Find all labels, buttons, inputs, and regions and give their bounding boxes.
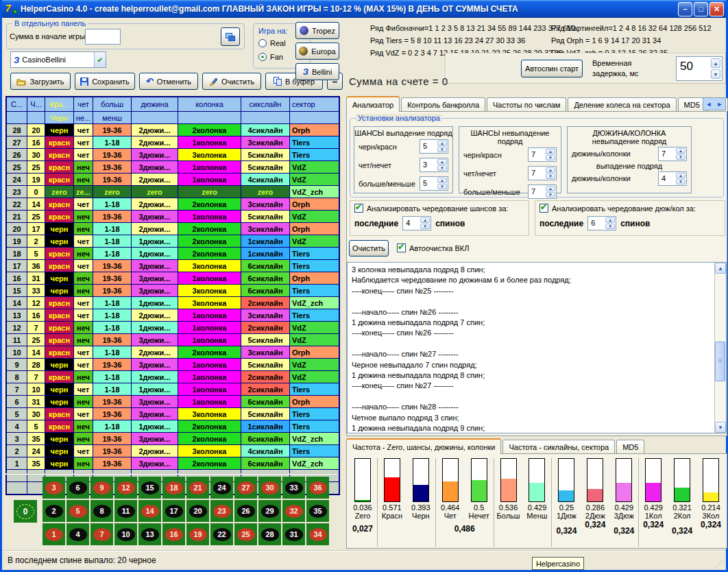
roulette-cell-10[interactable]: 10 [114, 523, 137, 545]
number-chip[interactable]: 33 [285, 481, 303, 494]
spin-up-icon[interactable]: ▲ [420, 217, 430, 223]
setting-spinner[interactable]: 5▲▼ [420, 176, 448, 191]
roulette-cell-15[interactable]: 15 [138, 477, 161, 499]
roulette-cell-30[interactable]: 30 [258, 477, 281, 499]
number-chip[interactable]: 17 [165, 505, 183, 518]
scrollbar-thumb[interactable] [715, 342, 725, 381]
alternation-dozens-checkbox-row[interactable]: Анализировать чередование дюж/кол за: [539, 204, 720, 213]
dozens-spins-spinner[interactable]: 6▲▼ [587, 216, 616, 230]
radio-fan-circle[interactable] [258, 53, 267, 61]
tab-2[interactable]: Частота - сиклайны, сектора [502, 440, 615, 454]
save-button[interactable]: Сохранить [75, 73, 135, 90]
roulette-cell-17[interactable]: 17 [162, 500, 185, 522]
spin-up-icon[interactable]: ▲ [546, 149, 555, 154]
close-button[interactable]: ✕ [709, 2, 724, 16]
setting-spinner-value[interactable]: 5 [420, 177, 437, 190]
setting-spinner-value[interactable]: 3 [420, 158, 437, 171]
setting-spinner[interactable]: 7▲▼ [528, 166, 557, 180]
spin-up-icon[interactable]: ▲ [437, 159, 447, 165]
spin-down-icon[interactable]: ▼ [711, 69, 720, 79]
load-button[interactable]: Загрузить [10, 73, 71, 90]
delay-value[interactable]: 50 [677, 57, 709, 80]
analyzer-clear-button[interactable]: Очистить [349, 240, 389, 257]
spin-down-icon[interactable]: ▼ [437, 165, 447, 171]
roulette-cell-18[interactable]: 18 [162, 477, 185, 499]
tab-scroll-left-icon[interactable]: ◄ [706, 101, 712, 108]
tab-scroll-right-icon[interactable]: ► [717, 101, 723, 108]
europa-button[interactable]: Europa [295, 43, 339, 60]
maximize-button[interactable]: □ [694, 2, 708, 16]
roulette-cell-5[interactable]: 5 [66, 500, 89, 522]
number-chip[interactable]: 8 [93, 505, 111, 518]
spin-down-icon[interactable]: ▼ [420, 224, 430, 229]
roulette-cell-31[interactable]: 31 [282, 523, 305, 545]
roulette-cell-20[interactable]: 20 [186, 500, 209, 522]
roulette-cell-33[interactable]: 33 [282, 477, 305, 499]
minimize-button[interactable]: – [678, 2, 692, 16]
alternation-chances-checkbox-row[interactable]: Анализировать чередование шансов за: [354, 204, 524, 213]
roulette-cell-19[interactable]: 19 [186, 523, 209, 545]
setting-spinner[interactable]: 7▲▼ [528, 147, 557, 162]
roulette-cell-22[interactable]: 22 [210, 523, 233, 545]
number-chip[interactable]: 14 [141, 505, 159, 518]
spin-up-icon[interactable]: ▲ [676, 173, 685, 178]
radio-real-circle[interactable] [258, 39, 267, 47]
chances-spins-value[interactable]: 4 [403, 217, 420, 230]
roulette-cell-36[interactable]: 36 [306, 477, 329, 499]
roulette-zero-cell[interactable]: 0 [14, 500, 37, 523]
number-chip[interactable]: 32 [285, 505, 303, 518]
spin-up-icon[interactable]: ▲ [605, 217, 615, 223]
number-chip[interactable]: 11 [117, 505, 135, 518]
number-chip[interactable]: 21 [189, 481, 207, 494]
number-chip[interactable]: 23 [213, 505, 231, 518]
spin-down-icon[interactable]: ▼ [676, 179, 685, 184]
tab-1[interactable]: Анализатор [346, 96, 400, 112]
roulette-cell-16[interactable]: 16 [162, 523, 185, 545]
roulette-cell-1[interactable]: 1 [43, 523, 65, 545]
tab-5[interactable]: MD5 [678, 97, 706, 112]
bellini-button[interactable]: З Bellini [295, 63, 339, 80]
roulette-cell-11[interactable]: 11 [114, 500, 137, 522]
delay-spinner[interactable]: 50 ▲ ▼ [676, 56, 723, 81]
number-chip[interactable]: 19 [189, 528, 207, 541]
number-chip[interactable]: 22 [213, 528, 231, 541]
number-chip[interactable]: 36 [309, 481, 327, 494]
tab-1[interactable]: Частота - Zero, шансы, дюжины, колонки [346, 438, 501, 454]
setting-spinner-arrows[interactable]: ▲▼ [545, 148, 556, 161]
setting-spinner-arrows[interactable]: ▲▼ [545, 167, 556, 180]
autoclear-row[interactable]: Автоочистка ВКЛ [397, 243, 469, 252]
spin-down-icon[interactable]: ▼ [676, 154, 685, 160]
title-bar[interactable]: 7 HelperCasino 4.0 - create helperroulle… [2, 0, 726, 18]
dozen-hit-spinner[interactable]: 4▲▼ [658, 171, 687, 186]
scroll-down-icon[interactable]: ▼ [715, 422, 726, 433]
resize-grip[interactable]: ⋰ [716, 560, 723, 568]
scrollbar-track[interactable] [715, 274, 726, 422]
number-chip[interactable]: 34 [309, 528, 327, 541]
roulette-cell-29[interactable]: 29 [258, 500, 281, 522]
number-chip[interactable]: 2 [45, 505, 63, 518]
roulette-cell-34[interactable]: 34 [306, 523, 329, 545]
setting-spinner-value[interactable]: 7 [529, 185, 545, 198]
autospin-start-button[interactable]: Автоспин старт [521, 60, 583, 78]
roulette-cell-14[interactable]: 14 [138, 500, 161, 522]
combo-dropdown-icon[interactable]: ✔ [94, 52, 106, 67]
setting-spinner-value[interactable]: 7 [529, 167, 545, 180]
setting-spinner-value[interactable]: 7 [529, 148, 545, 161]
number-chip[interactable]: 31 [285, 528, 303, 541]
roulette-cell-7[interactable]: 7 [90, 523, 113, 545]
setting-spinner[interactable]: 3▲▼ [420, 158, 448, 172]
detach-panel-button[interactable] [221, 27, 240, 46]
number-chip[interactable]: 9 [93, 481, 111, 494]
casino-combobox[interactable]: З CasinoBellini ✔ [10, 51, 106, 68]
spin-up-icon[interactable]: ▲ [437, 141, 447, 146]
number-chip[interactable]: 28 [261, 528, 279, 541]
roulette-cell-26[interactable]: 26 [234, 500, 257, 522]
tab-2[interactable]: Контроль банкролла [401, 97, 485, 112]
number-chip[interactable]: 27 [237, 481, 255, 494]
spin-up-icon[interactable]: ▲ [546, 186, 555, 191]
number-chip[interactable]: 26 [237, 505, 255, 518]
roulette-cell-27[interactable]: 27 [234, 477, 257, 499]
number-chip[interactable]: 4 [69, 528, 87, 541]
roulette-cell-8[interactable]: 8 [90, 500, 113, 522]
dozen-hit-value[interactable]: 4 [659, 172, 675, 185]
